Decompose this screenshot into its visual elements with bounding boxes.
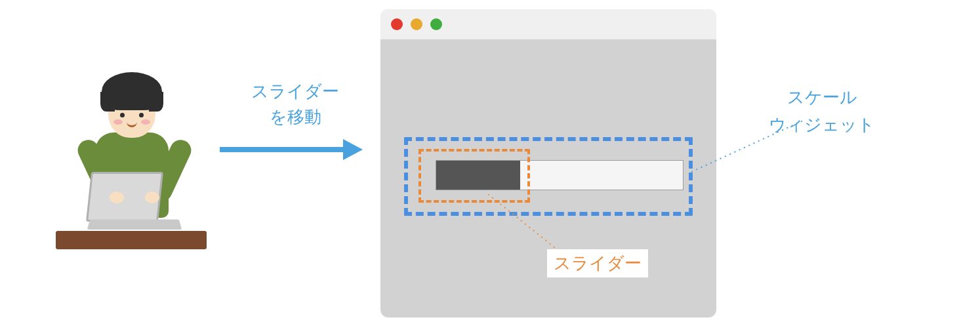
callout-scale-line2: ウィジェット: [769, 115, 875, 134]
callout-label-slider: スライダー: [547, 249, 648, 277]
minimize-icon[interactable]: [411, 18, 422, 30]
hand-icon: [110, 192, 124, 203]
person-illustration: [49, 66, 220, 249]
arrow-label: スライダー を移動: [220, 79, 371, 130]
arrow-icon: [220, 143, 371, 155]
person-hair: [102, 72, 162, 110]
eye-icon: [120, 113, 125, 117]
mouth-icon: [127, 122, 137, 127]
blush-icon: [113, 119, 123, 125]
window-titlebar: [380, 9, 716, 39]
arrow-label-line2: を移動: [270, 107, 321, 127]
desk-icon: [56, 231, 207, 249]
laptop-base-icon: [87, 220, 182, 230]
zoom-icon[interactable]: [430, 18, 442, 30]
callout-scale-line1: スケール: [787, 87, 857, 107]
eye-icon: [139, 113, 144, 117]
hand-icon: [145, 192, 159, 203]
callout-label-scale: スケール ウィジェット: [769, 84, 875, 138]
slider-outline: [419, 149, 530, 203]
action-arrow: スライダー を移動: [220, 79, 371, 155]
blush-icon: [141, 119, 150, 125]
close-icon[interactable]: [391, 18, 403, 30]
arrow-label-line1: スライダー: [251, 81, 339, 101]
